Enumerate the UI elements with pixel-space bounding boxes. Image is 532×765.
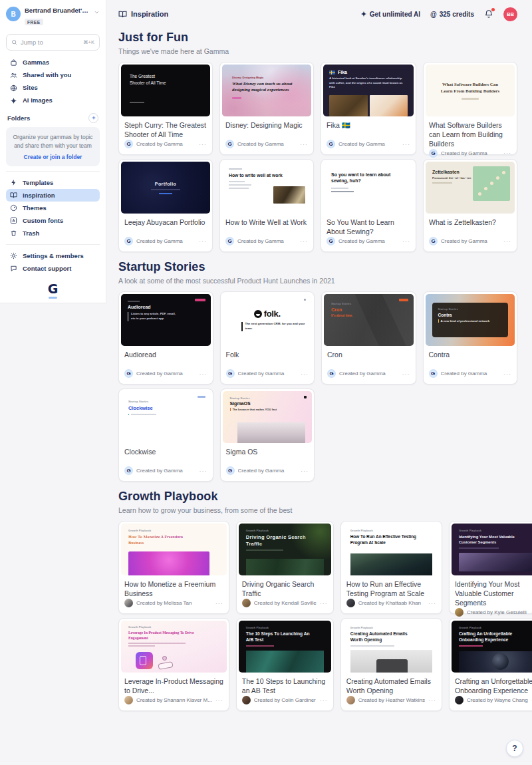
card-grid: The Greatest Shooter of All Time Steph C…: [118, 62, 517, 252]
sidebar-item-inspiration[interactable]: Inspiration: [6, 189, 100, 202]
card-menu-button[interactable]: ···: [215, 600, 223, 607]
card-byline: Created by Gamma: [237, 141, 297, 147]
card-thumbnail: Zettelkasten Pronounced: Zet • tel • kas…: [426, 162, 515, 214]
card-menu-button[interactable]: ···: [428, 600, 436, 607]
card-title: Leverage In-Product Messaging to Drive..…: [124, 677, 223, 696]
gamma-card[interactable]: What Software Builders Can Learn From Bu…: [423, 62, 517, 155]
card-grid: Audioread Listen to any article, PDF, em…: [118, 291, 517, 482]
card-thumbnail: Portfolio: [121, 162, 210, 214]
gear-icon: [10, 252, 17, 259]
gamma-card[interactable]: Portfolio Leejay Abuyacan Portfolio GCre…: [118, 159, 213, 252]
sidebar-item-contact-support[interactable]: Contact support: [6, 262, 100, 275]
gamma-badge: G: [429, 237, 438, 245]
gamma-badge: G: [327, 140, 335, 148]
card-menu-button[interactable]: ···: [301, 468, 309, 474]
section-subtitle: Learn how to grow your business, from so…: [118, 506, 517, 514]
card-byline: Created by Khattaab Khan: [358, 600, 425, 606]
get-unlimited-ai-button[interactable]: Get unlimited AI: [360, 11, 420, 18]
card-menu-button[interactable]: ···: [402, 371, 410, 377]
card-byline: Created by Heather Watkins: [358, 697, 425, 703]
workspace-avatar: B: [6, 7, 21, 21]
card-menu-button[interactable]: ···: [503, 150, 511, 156]
sidebar-item-trash[interactable]: Trash: [6, 227, 100, 239]
workspace-switcher[interactable]: B Bertrand Bruandet's W... FREE: [6, 7, 100, 27]
card-byline: Created by Gamma: [339, 371, 399, 377]
gamma-card[interactable]: Growth Playbook Driving Organic Search T…: [236, 521, 334, 614]
author-avatar: [124, 696, 133, 704]
gamma-card[interactable]: Fika A historical look at Sweden's tumul…: [321, 62, 416, 155]
card-title: Steph Curry: The Greatest Shooter of All…: [124, 120, 207, 140]
people-icon: [10, 72, 17, 79]
gamma-card[interactable]: Growth Playbook Leverage In-Product Mess…: [118, 618, 229, 711]
help-button[interactable]: ?: [506, 740, 523, 757]
sidebar-item-label: Inspiration: [23, 192, 55, 200]
card-menu-button[interactable]: ···: [503, 371, 511, 377]
gamma-card[interactable]: Disney: Designing Magic What Disney can …: [219, 62, 314, 155]
user-avatar[interactable]: BB: [503, 7, 517, 21]
zap-icon: [10, 179, 17, 186]
card-byline: Created by Gamma: [238, 468, 298, 474]
gamma-card[interactable]: Zettelkasten Pronounced: Zet • tel • kas…: [423, 159, 517, 252]
gamma-card[interactable]: Audioread Listen to any article, PDF, em…: [118, 291, 213, 384]
card-menu-button[interactable]: ···: [300, 141, 308, 148]
card-menu-button[interactable]: ···: [301, 371, 309, 377]
card-menu-button[interactable]: ···: [320, 697, 328, 704]
add-folder-button[interactable]: [88, 113, 98, 123]
notifications-button[interactable]: [484, 9, 493, 19]
card-title: The 10 Steps to Launching an AB Test: [242, 677, 328, 696]
credits-button[interactable]: @ 325 credits: [430, 11, 474, 18]
card-thumbnail: Growth Playbook Driving Organic Search T…: [239, 524, 331, 575]
card-byline: Created by Gamma: [136, 468, 196, 474]
gamma-badge: G: [429, 369, 438, 378]
gamma-card[interactable]: Startup Stories Clockwise Clockwise GCre…: [118, 388, 213, 482]
gamma-card[interactable]: Growth Playbook Crafting An Unforgettabl…: [449, 618, 532, 711]
card-menu-button[interactable]: ···: [300, 238, 308, 245]
sidebar-item-ai-images[interactable]: AI Images: [6, 94, 100, 107]
card-title: Contra: [429, 350, 512, 369]
card-grid: Growth Playbook How To Monetize A Freemi…: [118, 521, 517, 711]
create-folder-link[interactable]: Create or join a folder: [11, 154, 95, 160]
card-menu-button[interactable]: ···: [199, 141, 207, 148]
gamma-card[interactable]: Growth Playbook How To Monetize A Freemi…: [118, 521, 229, 614]
gamma-card[interactable]: The Greatest Shooter of All Time Steph C…: [118, 62, 213, 155]
card-menu-button[interactable]: ···: [503, 238, 511, 245]
sidebar-item-shared[interactable]: Shared with you: [6, 69, 100, 82]
sidebar-item-gammas[interactable]: Gammas: [6, 57, 100, 69]
gamma-card[interactable]: How to write well at work How to Write W…: [219, 159, 314, 252]
card-byline: Created by Gamma: [238, 371, 298, 377]
card-title: Fika 🇸🇪: [327, 120, 410, 140]
card-menu-button[interactable]: ···: [200, 371, 207, 377]
gamma-card[interactable]: Growth Playbook How To Run An Effective …: [340, 521, 442, 614]
sidebar-item-themes[interactable]: Themes: [6, 202, 100, 214]
sidebar-item-settings[interactable]: Settings & members: [6, 249, 100, 262]
gamma-badge: G: [124, 237, 133, 245]
card-menu-button[interactable]: ···: [402, 238, 410, 245]
card-menu-button[interactable]: ···: [402, 141, 410, 148]
gamma-card[interactable]: Growth Playbook Creating Automated Email…: [340, 618, 442, 711]
section-title: Startup Stories: [118, 260, 517, 274]
gamma-card[interactable]: Startup Stories Contra A new kind of pro…: [423, 291, 518, 384]
card-thumbnail: Disney: Designing Magic What Disney can …: [222, 65, 311, 116]
card-menu-button[interactable]: ···: [215, 697, 223, 704]
gamma-card[interactable]: Growth Playbook The 10 Steps To Launchin…: [236, 618, 334, 711]
sidebar-item-sites[interactable]: Sites: [6, 82, 100, 94]
gamma-badge: G: [124, 466, 133, 475]
sidebar-item-templates[interactable]: Templates: [6, 176, 100, 189]
gamma-card[interactable]: Startup Stories Cron It's about time. Cr…: [321, 291, 416, 384]
gamma-card[interactable]: So you want to learn about sewing, huh? …: [321, 159, 416, 252]
card-menu-button[interactable]: ···: [200, 468, 207, 474]
card-menu-button[interactable]: ···: [428, 697, 436, 704]
gamma-card[interactable]: Growth Playbook Identifying Your Most Va…: [449, 521, 532, 614]
sidebar-item-label: Shared with you: [23, 71, 71, 79]
book-open-icon: [10, 192, 17, 199]
card-thumbnail: Growth Playbook The 10 Steps To Launchin…: [239, 621, 331, 673]
card-menu-button[interactable]: ···: [320, 600, 328, 607]
gamma-card[interactable]: Startup Stories SigmaOS The browser that…: [220, 388, 315, 482]
gamma-badge: G: [226, 369, 235, 378]
credits-icon: @: [430, 11, 437, 18]
gamma-card[interactable]: folk. The next generation CRM, for you a…: [220, 291, 315, 384]
sidebar-item-custom-fonts[interactable]: Custom fonts: [6, 214, 100, 227]
jump-to-search[interactable]: Jump to ⌘+K: [6, 34, 100, 51]
card-menu-button[interactable]: ···: [199, 238, 207, 245]
card-title: How to Monetize a Freemium Business: [124, 579, 223, 599]
